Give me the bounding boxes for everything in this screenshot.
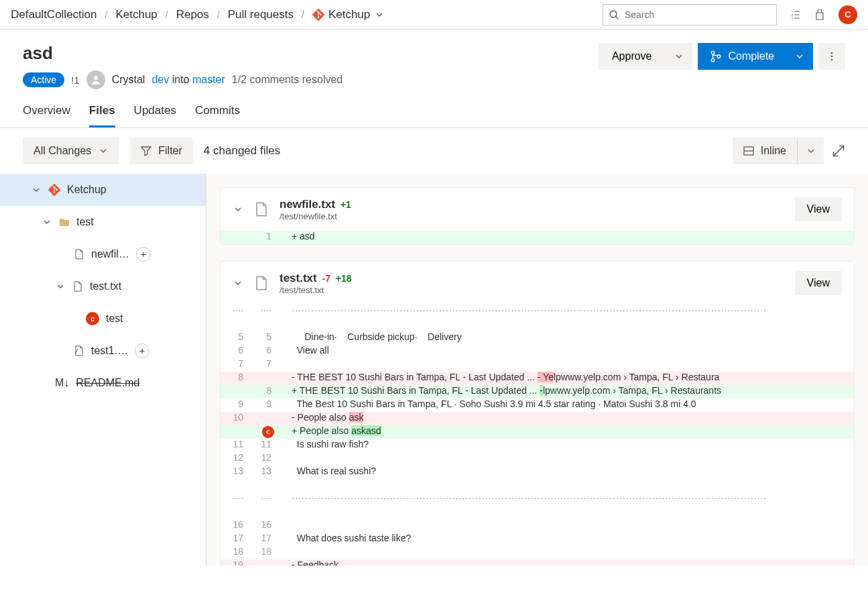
diff-line[interactable]: 8 THE BEST 10 Sushi Bars in Tampa, FL - … bbox=[221, 385, 854, 398]
target-branch[interactable]: master bbox=[192, 74, 225, 85]
approve-dropdown[interactable] bbox=[666, 43, 692, 70]
diff-line[interactable]: 10 c People also askasd bbox=[221, 425, 854, 439]
filter-icon bbox=[141, 146, 151, 156]
line-num-old: 8 bbox=[221, 372, 249, 385]
line-num-old: 9 bbox=[221, 398, 249, 412]
tree-file-test1[interactable]: test1.… + bbox=[0, 335, 206, 367]
pr-tabs: Overview Files Updates Commits bbox=[0, 89, 868, 128]
pr-actions: Approve Complete bbox=[599, 43, 845, 70]
diff-line[interactable]: ···· ···· ······························… bbox=[221, 305, 854, 318]
chevron-down-icon bbox=[55, 281, 66, 292]
diff-line[interactable]: 16 16 bbox=[221, 519, 854, 533]
approve-button[interactable]: Approve bbox=[599, 43, 666, 70]
all-changes-dropdown[interactable]: All Changes bbox=[23, 138, 119, 164]
diff-line[interactable]: 13 13 What is real sushi? bbox=[221, 466, 854, 479]
diff-line[interactable]: 1 asd bbox=[221, 231, 854, 244]
line-num-old: 7 bbox=[221, 358, 249, 372]
breadcrumb: DefaultCollection / Ketchup / Repos / Pu… bbox=[11, 8, 603, 21]
user-avatar[interactable]: C bbox=[839, 5, 857, 24]
diff-line[interactable]: 12 12 bbox=[221, 452, 854, 466]
tab-commits[interactable]: Commits bbox=[195, 104, 240, 127]
changed-files-count: 4 changed files bbox=[204, 144, 280, 158]
repo-icon bbox=[48, 184, 60, 196]
complete-button[interactable]: Complete bbox=[698, 43, 786, 70]
diff-line[interactable]: 18 18 bbox=[221, 546, 854, 559]
diff-card-header: test.txt -7 +18 /test/test.txt View bbox=[221, 262, 854, 305]
diff-code: Dine-in· Curbside pickup· Delivery bbox=[289, 331, 854, 345]
view-mode-button[interactable]: Inline bbox=[733, 138, 824, 164]
diff-filepath: /test/test.txt bbox=[280, 285, 352, 295]
view-mode-dropdown[interactable] bbox=[797, 138, 824, 164]
line-num-new: 12 bbox=[249, 452, 277, 466]
diff-code: asd bbox=[289, 231, 854, 244]
diff-line[interactable]: 8 THE BEST 10 Sushi Bars in Tampa, FL - … bbox=[221, 372, 854, 385]
filter-button[interactable]: Filter bbox=[130, 138, 193, 164]
inline-button[interactable]: Inline bbox=[733, 138, 797, 164]
diff-code: View all bbox=[289, 345, 854, 358]
crumb-repo-select[interactable]: Ketchup bbox=[312, 8, 385, 21]
inline-icon bbox=[743, 146, 754, 156]
diff-line[interactable]: 17 17 What does sushi taste like? bbox=[221, 533, 854, 546]
list-icon[interactable] bbox=[790, 9, 801, 20]
more-actions-button[interactable] bbox=[818, 43, 845, 70]
line-num-new: 8 bbox=[249, 385, 277, 398]
tree-root[interactable]: Ketchup bbox=[0, 174, 206, 206]
pr-author[interactable]: Crystal bbox=[112, 74, 145, 86]
chevron-down-icon bbox=[794, 51, 805, 62]
tree-folder-test[interactable]: test bbox=[0, 206, 206, 238]
chevron-down-icon bbox=[674, 51, 684, 62]
svg-point-5 bbox=[831, 52, 833, 54]
status-badge: Active bbox=[23, 72, 64, 87]
diff-code: The Best 10 Sushi Bars in Tampa, FL · So… bbox=[289, 398, 854, 412]
search-field[interactable] bbox=[625, 9, 771, 20]
diff-code bbox=[289, 452, 854, 466]
tree-root-label: Ketchup bbox=[67, 184, 107, 196]
chevron-down-icon[interactable] bbox=[233, 204, 243, 215]
tab-files[interactable]: Files bbox=[89, 104, 115, 127]
diff-line[interactable]: 5 5 Dine-in· Curbside pickup· Delivery bbox=[221, 331, 854, 345]
tab-updates[interactable]: Updates bbox=[134, 104, 176, 127]
branch-info: dev into master bbox=[151, 74, 225, 86]
line-num-old: ···· bbox=[221, 492, 249, 506]
diff-code: THE BEST 10 Sushi Bars in Tampa, FL - La… bbox=[289, 372, 854, 385]
diff-card: newfile.txt +1 /test/newfile.txt View 1 … bbox=[220, 187, 855, 245]
comment-marker[interactable]: c bbox=[262, 426, 274, 438]
pr-id: !1 bbox=[71, 74, 80, 86]
diff-line[interactable]: 7 7 bbox=[221, 358, 854, 372]
file-icon bbox=[254, 202, 269, 217]
svg-point-1 bbox=[94, 76, 98, 80]
comments-resolved[interactable]: 1/2 comments resolved bbox=[232, 74, 343, 86]
crumb-repos[interactable]: Repos bbox=[176, 8, 209, 21]
search-input[interactable] bbox=[603, 4, 777, 25]
expand-icon[interactable] bbox=[832, 144, 845, 158]
tab-overview[interactable]: Overview bbox=[23, 104, 70, 127]
comment-avatar: c bbox=[86, 312, 99, 325]
tree-file-newfile[interactable]: newfil… + bbox=[0, 238, 206, 270]
tree-file-readme[interactable]: M↓ README.md bbox=[0, 367, 206, 399]
diff-line[interactable]: 6 6 View all bbox=[221, 345, 854, 358]
view-file-button[interactable]: View bbox=[795, 271, 842, 295]
complete-dropdown[interactable] bbox=[786, 43, 813, 70]
diff-line[interactable]: 11 11 Is sushi raw fish? bbox=[221, 439, 854, 452]
diff-line[interactable]: 19 Feedback bbox=[221, 559, 854, 565]
diff-line[interactable]: ···· ···· ······························… bbox=[221, 492, 854, 506]
tree-file-test[interactable]: test.txt bbox=[0, 270, 206, 303]
tree-file-label: README.md bbox=[76, 377, 139, 389]
line-num-old: ···· bbox=[221, 305, 249, 318]
crumb-prs[interactable]: Pull requests bbox=[228, 8, 294, 21]
file-tree: Ketchup test newfil… + test.txt c test t… bbox=[0, 174, 206, 565]
repo-icon bbox=[312, 9, 324, 21]
shopping-bag-icon[interactable] bbox=[814, 9, 825, 20]
chevron-down-icon[interactable] bbox=[233, 278, 243, 288]
diff-code: People also ask bbox=[289, 412, 854, 425]
diff-line[interactable]: 10 People also ask bbox=[221, 412, 854, 425]
diff-line[interactable]: 9 9 The Best 10 Sushi Bars in Tampa, FL … bbox=[221, 398, 854, 412]
file-icon bbox=[72, 281, 83, 292]
crumb-project[interactable]: Ketchup bbox=[115, 8, 157, 21]
tree-comment-test[interactable]: c test bbox=[0, 303, 206, 335]
view-file-button[interactable]: View bbox=[795, 197, 842, 221]
chevron-down-icon bbox=[374, 9, 385, 20]
source-branch[interactable]: dev bbox=[151, 74, 169, 85]
crumb-collection[interactable]: DefaultCollection bbox=[11, 8, 97, 21]
author-avatar[interactable] bbox=[86, 70, 105, 89]
